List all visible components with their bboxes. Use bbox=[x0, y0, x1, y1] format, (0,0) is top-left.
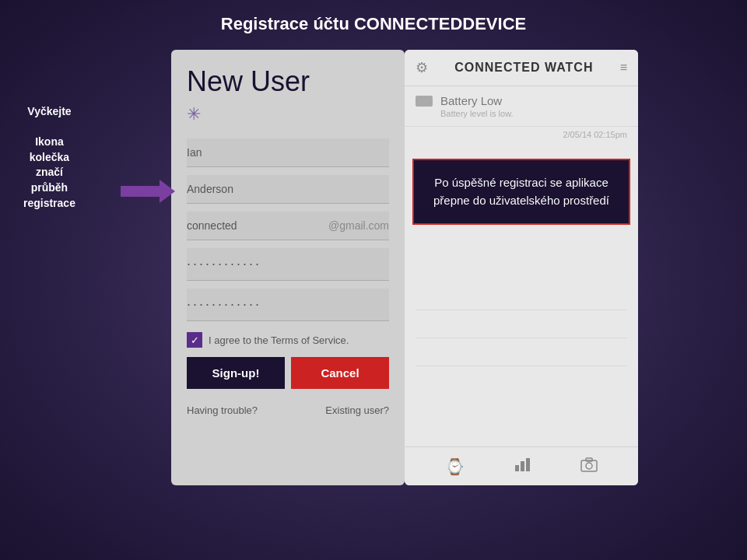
bar-chart-icon[interactable] bbox=[514, 456, 531, 478]
firstname-field[interactable]: Ian bbox=[187, 138, 389, 167]
empty-row-3 bbox=[416, 338, 627, 366]
phone-left: New User ✳ Ian Anderson connected @gmail… bbox=[171, 50, 405, 485]
wait-label: Vyčkejte bbox=[23, 104, 75, 120]
battery-sub-text: Battery level is low. bbox=[416, 109, 627, 118]
password-confirm-field[interactable]: ············ bbox=[187, 289, 389, 321]
svg-point-5 bbox=[586, 463, 592, 469]
phone-right: ⚙ CONNECTED WATCH ≡ Battery Low Battery … bbox=[405, 50, 638, 485]
svg-marker-0 bbox=[121, 180, 175, 203]
terms-row: ✓ I agree to the Terms of Service. bbox=[187, 332, 389, 348]
page-title: Registrace účtu CONNECTEDDEVICE bbox=[0, 0, 747, 42]
svg-rect-3 bbox=[526, 458, 530, 471]
timestamp: 2/05/14 02:15pm bbox=[405, 127, 638, 144]
domain-part: @gmail.com bbox=[328, 219, 389, 232]
sliders-icon: ≡ bbox=[620, 61, 627, 75]
main-content: Vyčkejte Ikona kolečka značí průběh regi… bbox=[0, 42, 747, 493]
bottom-nav: ⌚ bbox=[405, 446, 638, 485]
password-field[interactable]: ············ bbox=[187, 248, 389, 281]
progress-label: průběh bbox=[23, 180, 75, 196]
arrow-container bbox=[121, 178, 175, 208]
tooltip-text: Po úspěšné registraci se aplikace přepne… bbox=[425, 174, 618, 209]
left-annotation: Vyčkejte Ikona kolečka značí průběh regi… bbox=[23, 104, 75, 211]
spinner-icon: ✳ bbox=[187, 104, 201, 124]
watch-title: CONNECTED WATCH bbox=[454, 61, 593, 75]
means-label: značí bbox=[23, 165, 75, 180]
trouble-link[interactable]: Having trouble? bbox=[187, 404, 258, 416]
svg-rect-4 bbox=[581, 460, 597, 471]
existing-link[interactable]: Existing user? bbox=[325, 404, 389, 416]
email-field[interactable]: connected @gmail.com bbox=[187, 212, 389, 240]
empty-row-1 bbox=[416, 282, 627, 310]
username-part: connected bbox=[187, 219, 328, 232]
svg-rect-2 bbox=[521, 461, 524, 471]
icon-label: Ikona bbox=[23, 135, 75, 150]
new-user-title: New User bbox=[187, 65, 389, 98]
cancel-button[interactable]: Cancel bbox=[291, 357, 389, 389]
battery-item: Battery Low Battery level is low. bbox=[405, 86, 638, 127]
svg-rect-6 bbox=[586, 458, 592, 461]
battery-rect bbox=[416, 96, 433, 107]
gear-icon: ⚙ bbox=[416, 59, 428, 76]
empty-row-2 bbox=[416, 310, 627, 338]
lastname-field[interactable]: Anderson bbox=[187, 175, 389, 204]
watch-icon[interactable]: ⌚ bbox=[445, 457, 465, 476]
empty-rows bbox=[405, 276, 638, 373]
tooltip-box: Po úspěšné registraci se aplikace přepne… bbox=[412, 159, 630, 225]
watch-header: ⚙ CONNECTED WATCH ≡ bbox=[405, 50, 638, 86]
reg-label: registrace bbox=[23, 196, 75, 212]
signup-button[interactable]: Sign-up! bbox=[187, 357, 285, 389]
terms-checkbox[interactable]: ✓ bbox=[187, 332, 202, 348]
buttons-row: Sign-up! Cancel bbox=[187, 357, 389, 389]
svg-rect-1 bbox=[515, 465, 519, 471]
camera-icon[interactable] bbox=[580, 456, 598, 477]
terms-text: I agree to the Terms of Service. bbox=[209, 334, 349, 346]
battery-low-text: Battery Low bbox=[440, 94, 502, 107]
wheel-label: kolečka bbox=[23, 150, 75, 166]
bottom-links: Having trouble? Existing user? bbox=[187, 398, 389, 416]
